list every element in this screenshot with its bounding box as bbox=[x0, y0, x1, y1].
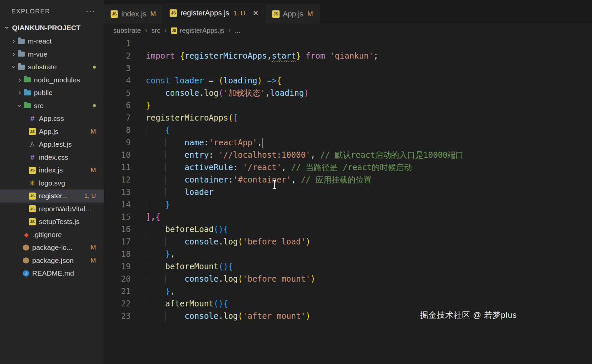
tree-file-app-test-js[interactable]: App.test.js bbox=[0, 138, 104, 151]
code-line[interactable]: 12 container:'#container', // 应用挂载的位置 bbox=[104, 174, 592, 186]
package-icon bbox=[23, 257, 29, 264]
code-line[interactable]: 15],{ bbox=[104, 211, 592, 223]
line-number: 20 bbox=[104, 273, 146, 285]
line-number: 23 bbox=[104, 310, 146, 322]
code-line[interactable]: 21 }, bbox=[104, 285, 592, 298]
tab-index-js[interactable]: JSindex.jsM bbox=[104, 4, 163, 23]
line-number: 5 bbox=[104, 87, 146, 99]
code-line[interactable]: 22 afterMount(){ bbox=[104, 298, 592, 310]
chevron-down-icon[interactable]: › bbox=[15, 102, 24, 110]
tree-file-gitignore[interactable]: ◆.gitignore bbox=[0, 228, 104, 241]
tree-folder-src[interactable]: ›src bbox=[0, 99, 104, 113]
tree-folder-public[interactable]: ›public bbox=[0, 86, 104, 99]
tab-registerapps-js[interactable]: JSregisterApps.js1, U× bbox=[163, 3, 265, 23]
folder-icon bbox=[18, 52, 25, 57]
code-line[interactable]: 11 activeRule: '/react', // 当路径是 /react的… bbox=[104, 161, 592, 174]
vscode-window: EXPLORER ··· › QIANKUN-PROJECT ›m-react›… bbox=[0, 0, 592, 364]
tab-status-badge: 1, U bbox=[233, 9, 246, 17]
tree-file-app-js[interactable]: JSApp.jsM bbox=[0, 125, 104, 138]
tree-file-register[interactable]: JSregister...1, U bbox=[0, 190, 104, 203]
line-number: 17 bbox=[104, 236, 146, 248]
code-line[interactable]: 19 beforeMount(){ bbox=[104, 261, 592, 273]
chevron-right-icon: › bbox=[164, 26, 167, 35]
line-number: 1 bbox=[104, 38, 146, 50]
code-line[interactable]: 4const loader = (loading) =>{ bbox=[104, 75, 592, 87]
package-icon bbox=[23, 244, 29, 251]
breadcrumb-item-substrate[interactable]: substrate bbox=[113, 27, 141, 34]
tree-file-package-lo[interactable]: package-lo...M bbox=[0, 241, 104, 254]
tree-folder-node-modules[interactable]: ›node_modules bbox=[0, 74, 104, 87]
breadcrumb-item-registerapps-js[interactable]: JSregisterApps.js bbox=[171, 27, 224, 34]
code-line[interactable]: 9 name:'reactApp', bbox=[104, 137, 592, 149]
code-line[interactable]: 2import {registerMicroApps,start} from '… bbox=[104, 50, 592, 62]
chevron-right-icon: › bbox=[228, 26, 231, 35]
tree-file-index-js[interactable]: JSindex.jsM bbox=[0, 164, 104, 177]
tree-folder-m-vue[interactable]: ›m-vue bbox=[0, 48, 104, 61]
line-number: 12 bbox=[104, 174, 146, 186]
code-line[interactable]: 18 }, bbox=[104, 248, 592, 261]
line-number: 2 bbox=[104, 50, 146, 62]
explorer-header: EXPLORER ··· bbox=[0, 0, 104, 21]
folder-icon bbox=[24, 103, 31, 108]
breadcrumb-item-src[interactable]: src bbox=[152, 27, 161, 34]
folder-icon bbox=[24, 90, 31, 95]
chevron-right-icon[interactable]: › bbox=[10, 37, 17, 46]
chevron-down-icon[interactable]: › bbox=[9, 63, 18, 71]
line-number: 11 bbox=[104, 161, 146, 174]
readme-info-icon: i bbox=[23, 270, 29, 277]
line-number: 10 bbox=[104, 149, 146, 161]
css-file-icon: # bbox=[29, 153, 36, 162]
git-status-badge: M bbox=[91, 128, 96, 135]
git-icon: ◆ bbox=[23, 231, 30, 238]
tree-file-app-css[interactable]: #App.css bbox=[0, 112, 104, 125]
modified-dot-icon bbox=[93, 104, 96, 107]
tree-file-reportwebvital[interactable]: JSreportWebVital... bbox=[0, 203, 104, 216]
git-status-badge: 1, U bbox=[84, 192, 96, 200]
code-line[interactable]: 10 entry: '//localhost:10000', // 默认reac… bbox=[104, 149, 592, 161]
js-file-icon: JS bbox=[272, 10, 280, 18]
tree-file-readme-md[interactable]: iREADME.md bbox=[0, 267, 104, 280]
line-number: 7 bbox=[104, 112, 146, 124]
more-actions-icon[interactable]: ··· bbox=[86, 7, 95, 16]
close-icon[interactable]: × bbox=[253, 8, 258, 18]
js-file-icon: JS bbox=[29, 128, 36, 135]
code-line[interactable]: 16 beforeLoad(){ bbox=[104, 223, 592, 236]
code-editor[interactable]: 12import {registerMicroApps,start} from … bbox=[104, 38, 592, 364]
tree-file-package-json[interactable]: package.jsonM bbox=[0, 254, 104, 267]
folder-icon bbox=[18, 65, 25, 70]
tree-file-logo-svg[interactable]: ✳logo.svg bbox=[0, 177, 104, 190]
code-line[interactable]: 17 console.log('before load') bbox=[104, 236, 592, 248]
tab-label: index.js bbox=[121, 10, 146, 18]
code-line[interactable]: 5 console.log('加载状态',loading) bbox=[104, 87, 592, 99]
tree-file-setuptests-js[interactable]: JSsetupTests.js bbox=[0, 215, 104, 228]
code-line[interactable]: 8 { bbox=[104, 124, 592, 137]
code-line[interactable]: 13 loader bbox=[104, 186, 592, 199]
chevron-right-icon[interactable]: › bbox=[16, 76, 23, 84]
tree-folder-substrate[interactable]: ›substrate bbox=[0, 61, 104, 74]
line-number: 14 bbox=[104, 199, 146, 211]
code-line[interactable]: 20 console.log('before mount') bbox=[104, 273, 592, 285]
chevron-right-icon[interactable]: › bbox=[16, 88, 23, 97]
code-line[interactable]: 6} bbox=[104, 99, 592, 112]
line-number: 8 bbox=[104, 124, 146, 137]
tree-folder-m-react[interactable]: ›m-react bbox=[0, 35, 104, 48]
line-number: 15 bbox=[104, 211, 146, 223]
chevron-right-icon[interactable]: › bbox=[10, 50, 17, 59]
js-file-icon: JS bbox=[29, 167, 36, 174]
chevron-down-icon: › bbox=[3, 24, 11, 31]
code-line[interactable]: 1 bbox=[104, 38, 592, 50]
css-file-icon: # bbox=[29, 114, 36, 123]
code-line[interactable]: 23 console.log('after mount') bbox=[104, 310, 592, 322]
code-line[interactable]: 14 } bbox=[104, 199, 592, 211]
breadcrumb-item-[interactable]: ... bbox=[235, 27, 240, 34]
line-number: 18 bbox=[104, 248, 146, 261]
code-line[interactable]: 3 bbox=[104, 62, 592, 75]
folder-icon bbox=[18, 39, 25, 44]
code-line[interactable]: 7registerMicroApps([ bbox=[104, 112, 592, 124]
tree-file-index-css[interactable]: #index.css bbox=[0, 151, 104, 164]
svg-file-icon: ✳ bbox=[29, 179, 36, 187]
project-root-row[interactable]: › QIANKUN-PROJECT bbox=[0, 21, 104, 35]
tab-app-js[interactable]: JSApp.jsM bbox=[265, 4, 320, 23]
project-root-label: QIANKUN-PROJECT bbox=[12, 24, 80, 32]
line-number: 6 bbox=[104, 99, 146, 112]
